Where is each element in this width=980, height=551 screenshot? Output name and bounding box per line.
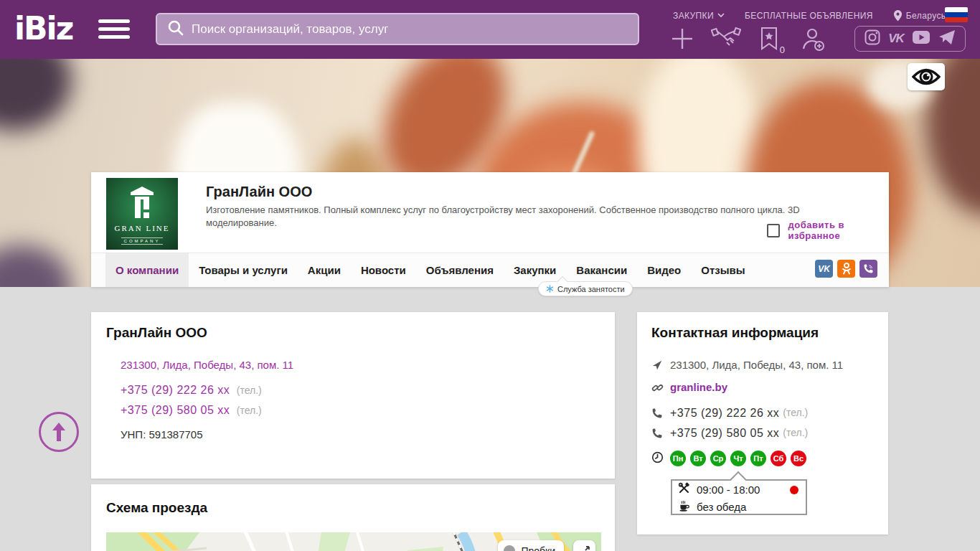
phone-row: +375 (29) 580 05 xx (тел.)	[121, 404, 262, 417]
about-title: ГранЛайн ООО	[106, 325, 207, 341]
day-badge-mon[interactable]: Пн	[670, 451, 686, 466]
language-flag-ru[interactable]	[945, 7, 968, 22]
contact-phone-row: +375 (29) 222 26 xx (тел.)	[651, 407, 808, 422]
logo-text-granline: GRAN LINE	[106, 224, 178, 232]
eye-icon	[912, 67, 941, 86]
youtube-icon[interactable]	[912, 30, 930, 47]
phone-icon	[651, 407, 670, 422]
work-tools-icon	[678, 482, 697, 496]
schedule-lunch: без обеда	[697, 501, 746, 513]
traffic-status-icon	[504, 545, 515, 551]
menu-free-ads[interactable]: БЕСПЛАТНЫЕ ОБЪЯВЛЕНИЯ	[745, 11, 873, 21]
company-social-icons: VK	[815, 260, 877, 278]
driving-directions-card: Схема проезда Пробки	[91, 484, 615, 551]
navigation-arrow-icon	[651, 359, 670, 373]
contact-address-row: 231300, Лида, Победы, 43, пом. 11	[651, 359, 843, 373]
search-icon	[167, 19, 184, 39]
tab-reviews[interactable]: Отзывы	[691, 253, 755, 287]
favorite-label: добавить в избранное	[788, 220, 889, 241]
phone-value[interactable]: +375 (29) 222 26 xx	[670, 407, 779, 420]
search-bar	[156, 13, 639, 45]
phone-icon	[651, 427, 670, 442]
map-fullscreen-button[interactable]	[573, 540, 595, 551]
expand-icon	[579, 545, 590, 551]
tab-about[interactable]: О компании	[105, 253, 189, 287]
company-tabbar: О компании Товары и услуги Акции Новости…	[91, 253, 889, 287]
day-badge-tue[interactable]: Вт	[690, 451, 706, 466]
traffic-toggle-button[interactable]: Пробки	[498, 540, 564, 551]
vk-icon[interactable]: VK	[888, 32, 904, 46]
company-address-link[interactable]: 231300, Лида, Победы, 43, пом. 11	[121, 359, 293, 371]
header-links: ЗАКУПКИ БЕСПЛАТНЫЕ ОБЪЯВЛЕНИЯ Беларусь	[673, 9, 946, 22]
telegram-icon[interactable]	[938, 29, 956, 48]
contact-phone-row: +375 (29) 580 05 xx (тел.)	[651, 427, 808, 442]
site-logo[interactable]: iBiz	[14, 10, 72, 47]
day-badge-sat[interactable]: Сб	[771, 451, 786, 466]
clock-icon	[651, 451, 670, 466]
user-account-icon[interactable]	[800, 26, 826, 55]
tab-promotions[interactable]: Акции	[298, 253, 351, 287]
favorites-count: 0	[780, 44, 785, 55]
phone-value[interactable]: +375 (29) 580 05 xx	[670, 427, 779, 440]
instagram-icon[interactable]	[864, 29, 880, 48]
closed-now-indicator	[790, 486, 798, 494]
arrow-up-icon	[50, 421, 68, 443]
country-selector[interactable]: Беларусь	[893, 9, 946, 22]
phone-row: +375 (29) 222 26 xx (тел.)	[121, 384, 262, 397]
header-social-links: VK	[854, 26, 966, 52]
contact-address: 231300, Лида, Победы, 43, пом. 11	[670, 359, 843, 371]
coffee-cup-icon	[678, 499, 697, 514]
contacts-title: Контактная информация	[651, 325, 819, 341]
map-canvas[interactable]: Пробки	[106, 532, 601, 551]
day-badge-fri[interactable]: Пт	[750, 451, 766, 466]
scroll-to-top-button[interactable]	[39, 412, 79, 452]
day-badge-thu[interactable]: Чт	[730, 451, 746, 466]
odnoklassniki-icon[interactable]	[837, 260, 855, 278]
traffic-button-label: Пробки	[521, 545, 555, 551]
phone-link[interactable]: +375 (29) 222 26 xx	[121, 384, 230, 396]
phone-note: (тел.)	[237, 385, 262, 396]
map-title: Схема проезда	[106, 500, 207, 516]
contact-website-row: granline.by	[651, 381, 727, 396]
company-description: Изготовление памятников. Полный комплекс…	[206, 204, 852, 229]
company-header-card: GRAN LINE COMPANY ГранЛайн ООО Изготовле…	[91, 172, 889, 287]
phone-link[interactable]: +375 (29) 580 05 xx	[121, 404, 230, 416]
hamburger-menu-icon[interactable]	[98, 19, 130, 41]
day-badge-wed[interactable]: Ср	[710, 451, 726, 466]
chevron-down-icon	[717, 13, 725, 18]
add-plus-icon[interactable]	[669, 26, 695, 55]
favorites-bookmark-icon[interactable]: 0	[760, 27, 778, 54]
schedule-hours-row: 09:00 - 18:00	[672, 481, 806, 498]
tab-products[interactable]: Товары и услуги	[189, 253, 298, 287]
favorite-checkbox[interactable]	[767, 224, 780, 237]
viber-icon[interactable]	[859, 260, 877, 278]
schedule-tooltip: 09:00 - 18:00 без обеда	[671, 479, 807, 515]
accessibility-eye-button[interactable]	[908, 63, 945, 90]
vacancies-tooltip: Служба занятости	[538, 281, 633, 296]
schedule-hours: 09:00 - 18:00	[697, 484, 760, 496]
tab-ads[interactable]: Объявления	[416, 253, 504, 287]
company-unp: УНП: 591387705	[121, 428, 203, 441]
day-badge-sun[interactable]: Вс	[791, 451, 806, 466]
top-header: iBiz ЗАКУПКИ БЕСПЛАТНЫЕ ОБЪЯВЛЕНИЯ Белар…	[0, 0, 980, 59]
phone-note: (тел.)	[783, 407, 808, 418]
company-logo[interactable]: GRAN LINE COMPANY	[106, 178, 178, 250]
company-name: ГранЛайн ООО	[206, 184, 312, 200]
tab-news[interactable]: Новости	[351, 253, 416, 287]
working-days-row: Пн Вт Ср Чт Пт Сб Вс	[651, 451, 811, 466]
vk-icon[interactable]: VK	[815, 260, 833, 278]
website-link[interactable]: granline.by	[670, 381, 727, 393]
contact-info-card: Контактная информация 231300, Лида, Побе…	[637, 312, 888, 534]
menu-zakupki[interactable]: ЗАКУПКИ	[673, 11, 725, 21]
link-icon	[651, 381, 670, 396]
employment-service-icon	[546, 285, 554, 293]
handshake-icon[interactable]	[711, 27, 741, 54]
logo-text-company: COMPANY	[121, 237, 164, 245]
add-to-favorites[interactable]: добавить в избранное	[767, 220, 889, 241]
phone-note: (тел.)	[237, 405, 262, 416]
search-input[interactable]	[192, 22, 608, 37]
about-company-card: ГранЛайн ООО 231300, Лида, Победы, 43, п…	[91, 312, 615, 479]
header-action-icons: 0	[669, 26, 842, 55]
tab-video[interactable]: Видео	[637, 253, 691, 287]
location-pin-icon	[893, 9, 903, 22]
